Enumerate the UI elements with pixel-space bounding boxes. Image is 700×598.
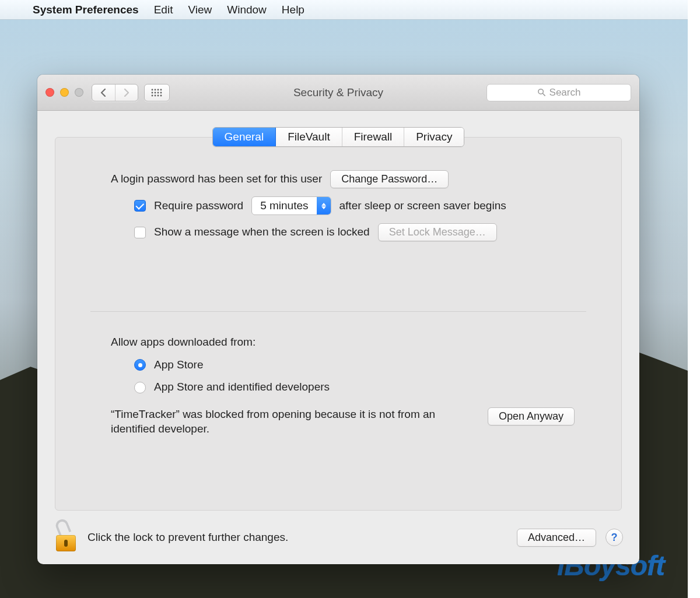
open-anyway-button[interactable]: Open Anyway (488, 407, 575, 425)
panel-divider (90, 311, 586, 312)
menubar-app-name[interactable]: System Preferences (33, 3, 139, 16)
require-password-suffix: after sleep or screen saver begins (340, 199, 506, 213)
svg-point-0 (152, 89, 153, 90)
svg-point-9 (155, 94, 156, 96)
show-lock-message-label: Show a message when the screen is locked (154, 225, 370, 240)
help-icon: ? (611, 532, 618, 544)
svg-point-5 (155, 92, 156, 93)
svg-point-3 (160, 89, 162, 90)
require-password-delay-value: 5 minutes (252, 199, 316, 213)
tabs-segmented-control: General FileVault Firewall Privacy (212, 127, 465, 147)
advanced-button[interactable]: Advanced… (517, 529, 596, 547)
svg-point-6 (158, 92, 159, 93)
window-titlebar: Security & Privacy Search (37, 75, 639, 111)
change-password-button[interactable]: Change Password… (330, 170, 449, 188)
select-arrows-icon (317, 197, 331, 214)
allow-apps-radio-appstore[interactable] (134, 359, 146, 371)
desktop-wallpaper: iBoysoft (0, 20, 688, 598)
svg-point-1 (155, 89, 156, 90)
svg-point-2 (158, 89, 159, 90)
allow-apps-radio-identified[interactable] (134, 382, 146, 393)
close-window-button[interactable] (46, 88, 54, 97)
search-placeholder: Search (550, 87, 581, 99)
menubar-item-view[interactable]: View (188, 3, 212, 16)
tab-general[interactable]: General (213, 128, 276, 146)
help-button[interactable]: ? (606, 529, 623, 546)
set-lock-message-button[interactable]: Set Lock Message… (378, 223, 497, 241)
lock-body-icon (56, 535, 76, 551)
allow-apps-option-identified: App Store and identified developers (154, 380, 330, 395)
window-traffic-lights (46, 88, 83, 97)
grid-icon (151, 89, 163, 97)
allow-apps-option-appstore: App Store (154, 358, 204, 372)
general-panel: A login password has been set for this u… (55, 137, 622, 511)
search-icon (537, 88, 546, 97)
zoom-window-button[interactable] (75, 88, 83, 97)
require-password-delay-select[interactable]: 5 minutes (251, 196, 331, 215)
chevron-left-icon (100, 89, 107, 97)
back-button[interactable] (92, 89, 115, 97)
require-password-checkbox[interactable] (134, 200, 146, 212)
svg-line-13 (542, 94, 545, 96)
show-all-prefs-button[interactable] (144, 84, 170, 101)
svg-point-4 (152, 92, 153, 93)
nav-back-forward (92, 84, 138, 101)
svg-point-7 (160, 92, 162, 93)
chevron-right-icon (123, 89, 130, 97)
svg-point-8 (152, 94, 153, 96)
security-privacy-window: Security & Privacy Search General FileVa… (37, 75, 639, 564)
require-password-label: Require password (154, 199, 243, 213)
page-scrollbar-strip (688, 0, 700, 598)
tabs-row: General FileVault Firewall Privacy (37, 127, 639, 147)
lock-open-icon (54, 518, 71, 536)
lock-hint-text: Click the lock to prevent further change… (88, 531, 288, 544)
lock-button[interactable] (54, 523, 78, 551)
svg-point-11 (160, 94, 162, 96)
search-field[interactable]: Search (487, 84, 631, 101)
forward-button[interactable] (116, 89, 138, 97)
tab-filevault[interactable]: FileVault (276, 128, 342, 146)
tab-privacy[interactable]: Privacy (404, 128, 464, 146)
blocked-app-message: “TimeTracker” was blocked from opening b… (111, 407, 473, 436)
menubar-item-window[interactable]: Window (227, 3, 267, 16)
svg-point-10 (158, 94, 159, 96)
login-password-text: A login password has been set for this u… (111, 172, 322, 187)
allow-apps-label: Allow apps downloaded from: (111, 335, 586, 350)
window-footer: Click the lock to prevent further change… (37, 511, 639, 564)
menubar-item-help[interactable]: Help (282, 3, 304, 16)
macos-menubar: System Preferences Edit View Window Help (0, 0, 688, 20)
menubar-item-edit[interactable]: Edit (154, 3, 173, 16)
tab-firewall[interactable]: Firewall (342, 128, 404, 146)
minimize-window-button[interactable] (60, 88, 69, 97)
show-lock-message-checkbox[interactable] (134, 227, 146, 238)
